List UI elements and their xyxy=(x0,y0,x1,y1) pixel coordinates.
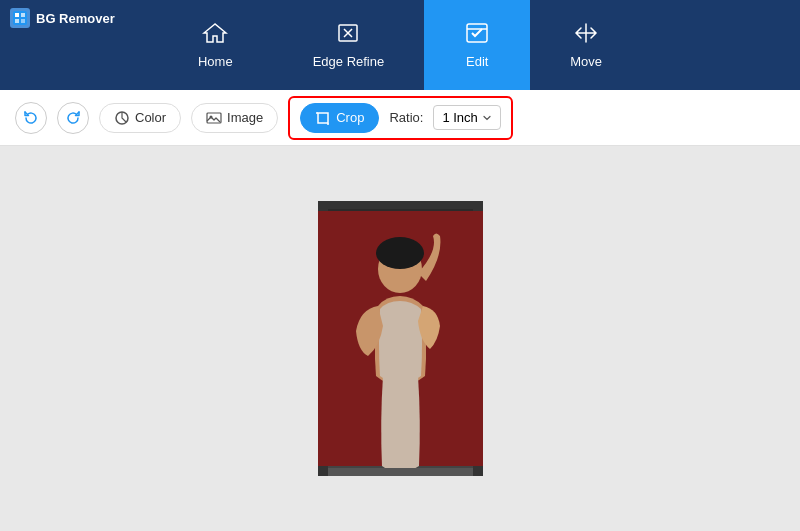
svg-rect-14 xyxy=(318,201,483,211)
app-title: BG Remover xyxy=(36,11,115,26)
svg-rect-3 xyxy=(15,19,19,23)
image-icon xyxy=(206,110,222,126)
ratio-label: Ratio: xyxy=(389,110,423,125)
crop-handle-tl[interactable] xyxy=(318,201,328,211)
tab-home-label: Home xyxy=(198,54,233,69)
undo-button[interactable] xyxy=(15,102,47,134)
crop-handle-tr[interactable] xyxy=(473,201,483,211)
tab-home[interactable]: Home xyxy=(158,0,273,90)
svg-rect-2 xyxy=(21,13,25,17)
tab-edge-refine[interactable]: Edge Refine xyxy=(273,0,425,90)
toolbar: Color Image Crop Ratio: 1 Inch xyxy=(0,90,800,146)
svg-rect-4 xyxy=(21,19,25,23)
svg-point-17 xyxy=(376,237,424,269)
tab-edit-label: Edit xyxy=(466,54,488,69)
crop-handle-br[interactable] xyxy=(473,466,483,476)
canvas-area xyxy=(0,146,800,531)
tab-edge-refine-label: Edge Refine xyxy=(313,54,385,69)
ratio-value: 1 Inch xyxy=(442,110,477,125)
ratio-dropdown[interactable]: 1 Inch xyxy=(433,105,500,130)
home-icon xyxy=(202,21,228,48)
edit-icon xyxy=(464,21,490,48)
tab-move[interactable]: Move xyxy=(530,0,642,90)
logo-icon xyxy=(10,8,30,28)
tab-move-label: Move xyxy=(570,54,602,69)
svg-rect-10 xyxy=(318,113,328,123)
redo-button[interactable] xyxy=(57,102,89,134)
edge-refine-icon xyxy=(335,21,361,48)
app-logo: BG Remover xyxy=(10,8,115,28)
crop-icon xyxy=(315,110,331,126)
color-icon xyxy=(114,110,130,126)
crop-ratio-group: Crop Ratio: 1 Inch xyxy=(288,96,513,140)
tab-edit[interactable]: Edit xyxy=(424,0,530,90)
chevron-down-icon xyxy=(482,113,492,123)
svg-rect-15 xyxy=(318,466,483,476)
move-icon xyxy=(573,21,599,48)
color-button[interactable]: Color xyxy=(99,103,181,133)
crop-handle-bl[interactable] xyxy=(318,466,328,476)
nav-tabs: Home Edge Refine Edit xyxy=(10,0,790,90)
person-image xyxy=(318,201,483,476)
svg-rect-1 xyxy=(15,13,19,17)
image-button[interactable]: Image xyxy=(191,103,278,133)
crop-button[interactable]: Crop xyxy=(300,103,379,133)
image-canvas xyxy=(318,201,483,476)
